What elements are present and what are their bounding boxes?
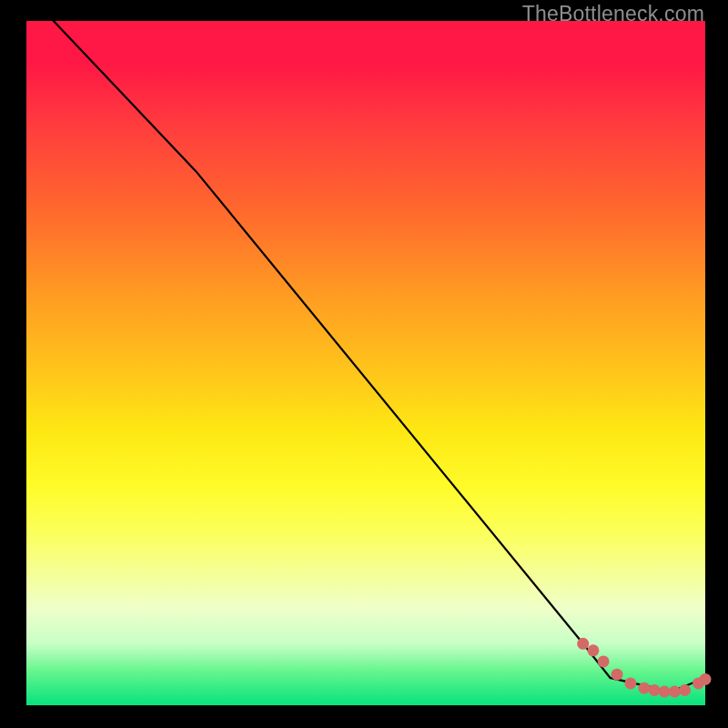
highlight-dot <box>577 638 589 650</box>
highlight-dot <box>669 686 681 698</box>
highlight-dot <box>587 644 599 656</box>
highlight-dots <box>577 638 711 698</box>
highlight-dot <box>649 684 661 696</box>
chart-svg <box>0 0 728 728</box>
watermark-text: TheBottleneck.com <box>522 2 704 26</box>
highlight-dot <box>700 673 712 685</box>
highlight-dot <box>679 684 691 696</box>
highlight-dot <box>624 677 636 689</box>
curve-line <box>54 21 705 692</box>
highlight-dot <box>612 669 623 681</box>
highlight-dot <box>638 682 650 694</box>
highlight-dot <box>659 686 671 698</box>
chart-frame: TheBottleneck.com <box>0 0 728 728</box>
highlight-dot <box>598 655 610 667</box>
